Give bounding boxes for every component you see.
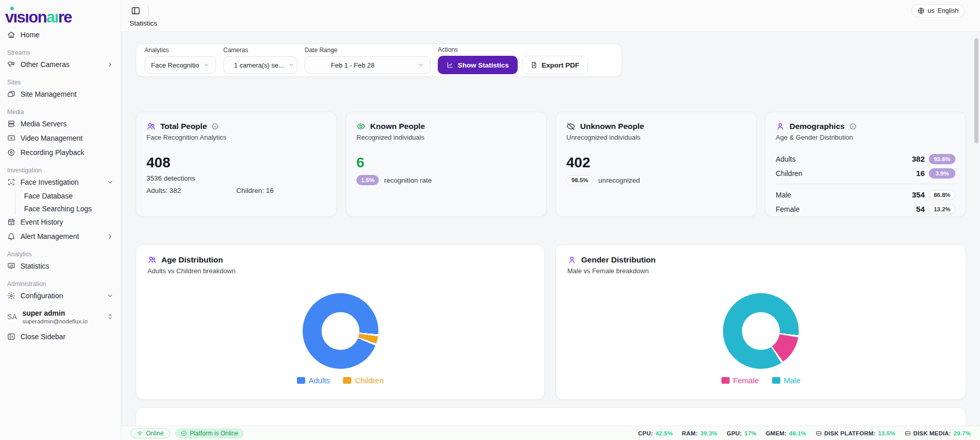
sidebar-item-other-cameras[interactable]: Other Cameras (0, 57, 121, 72)
chevrons-up-down-icon (106, 313, 114, 320)
sidebar-item-statistics[interactable]: Statistics (0, 259, 121, 273)
sidebar-item-face-database[interactable]: Face Database (15, 189, 121, 202)
row-label: Children (776, 169, 916, 178)
cameras-select[interactable]: 1 camera(s) se... (223, 56, 297, 74)
filter-bar: Analytics Face Recognition W Cameras 1 c… (136, 43, 622, 77)
total-people-card: Total People Face Recognition Analytics … (136, 112, 337, 217)
user-profile[interactable]: SA super admin superadmin@nodeflux.io (0, 307, 121, 326)
detections-count: 3536 detections (146, 174, 326, 182)
cameras-label: Cameras (223, 47, 297, 54)
online-label: Online (146, 430, 164, 437)
info-icon[interactable] (211, 123, 219, 130)
age-chart-legend: AdultsChildren (297, 376, 384, 385)
legend-label: Adults (309, 376, 330, 385)
sidebar-item-site-management[interactable]: Site Management (0, 87, 121, 101)
close-sidebar-button[interactable]: Close Sidebar (0, 329, 121, 344)
sidebar-item-face-searching-logs[interactable]: Face Searching Logs (15, 202, 121, 215)
sidebar-item-label: Configuration (20, 292, 101, 300)
person-icon (776, 122, 785, 131)
age-donut-wrap: AdultsChildren (147, 293, 533, 385)
check-circle-icon (181, 430, 187, 436)
legend-item[interactable]: Adults (297, 376, 330, 385)
app-root: vısıonaıre Home Streams Other Cameras Si… (0, 0, 980, 440)
card-title: Unknown People (580, 122, 644, 131)
show-statistics-label: Show Statistics (458, 61, 509, 69)
adults-count: Adults: 382 (146, 187, 237, 194)
legend-label: Female (733, 376, 759, 385)
metric-value: 29.7% (953, 430, 971, 436)
demographics-row-adults: Adults 382 93.6% (776, 152, 955, 165)
sidebar: vısıonaıre Home Streams Other Cameras Si… (0, 0, 121, 440)
logo-text-re: re (58, 8, 71, 26)
person-icon (567, 255, 577, 265)
logo-text-vision: vısıon (5, 8, 47, 26)
legend-swatch (297, 377, 305, 384)
legend-swatch (772, 377, 780, 384)
breadcrumb[interactable]: Statistics (130, 19, 157, 27)
actions-group: Actions Show Statistics Export PDF (438, 46, 588, 74)
demographics-card: Demographics Age & Gender Distribution A… (765, 112, 966, 217)
gender-donut-chart[interactable] (723, 293, 799, 369)
info-icon[interactable] (849, 123, 857, 130)
language-selector[interactable]: us English (911, 4, 965, 17)
date-range-filter-group: Date Range Feb 1 - Feb 28 (305, 47, 431, 74)
sidebar-item-configuration[interactable]: Configuration (0, 289, 121, 303)
sidebar-item-event-history[interactable]: Event History (0, 215, 121, 229)
sidebar-item-face-investigation[interactable]: Face Investigation (0, 175, 121, 189)
users-icon (146, 122, 156, 131)
export-pdf-label: Export PDF (542, 61, 580, 69)
legend-label: Male (784, 376, 801, 385)
legend-item[interactable]: Male (772, 376, 801, 385)
children-count: Children: 16 (237, 187, 327, 194)
legend-item[interactable]: Female (721, 376, 759, 385)
row-label: Female (776, 205, 916, 213)
metric-value: 17% (744, 430, 757, 436)
unknown-people-value: 402 (566, 155, 746, 171)
analytics-select[interactable]: Face Recognition W (144, 56, 216, 74)
logo-text-ai: aı (47, 8, 58, 26)
chart-line-icon (446, 61, 454, 69)
language-label: English (938, 7, 958, 14)
row-label: Male (776, 191, 912, 199)
section-streams: Streams (7, 49, 114, 56)
metric-value: 13.5% (878, 430, 896, 436)
sidebar-item-recording-playback[interactable]: Recording Playback (0, 145, 121, 160)
unknown-people-card: Unknown People Unrecognized individuals … (556, 112, 757, 217)
language-flag: us (928, 7, 934, 14)
metric-label: GMEM: (765, 430, 786, 436)
date-range-select[interactable]: Feb 1 - Feb 28 (305, 56, 431, 74)
row-value: 354 (912, 190, 925, 199)
recognition-rate-label: recognition rate (384, 177, 432, 184)
panel-left-icon (131, 6, 140, 15)
date-range-label: Date Range (305, 47, 431, 54)
chart-title: Age Distribution (161, 255, 223, 265)
sidebar-item-video-management[interactable]: Video Management (0, 131, 121, 145)
age-donut-chart[interactable] (303, 293, 378, 369)
sidebar-item-label: Site Management (20, 90, 114, 98)
export-pdf-button[interactable]: Export PDF (522, 56, 588, 74)
scrollbar-thumb[interactable] (974, 38, 978, 143)
metric-gmem: GMEM:48.1% (765, 430, 806, 436)
chevron-right-icon (106, 233, 114, 240)
legend-item[interactable]: Children (343, 376, 384, 385)
row-label: Adults (776, 155, 912, 163)
sidebar-item-home[interactable]: Home (0, 28, 121, 42)
gender-chart-legend: FemaleMale (721, 376, 801, 385)
site-frames-icon (7, 90, 15, 98)
show-statistics-button[interactable]: Show Statistics (438, 56, 518, 74)
logo-dot (10, 7, 14, 10)
demographics-row-children: Children 16 3.9% (776, 167, 955, 180)
sidebar-item-alert-management[interactable]: Alert Management (0, 229, 121, 244)
users-icon (147, 255, 157, 265)
sidebar-item-label: Alert Management (20, 232, 101, 240)
metric-gpu: GPU:17% (727, 430, 756, 436)
card-subtitle: Recognized individuals (356, 134, 536, 141)
card-subtitle: Face Recognition Analytics (146, 134, 326, 141)
sidebar-toggle-button[interactable] (130, 5, 142, 17)
chevron-down-icon (203, 62, 209, 68)
section-media: Media (7, 108, 114, 116)
eye-icon (356, 122, 366, 131)
gender-donut-wrap: FemaleMale (567, 293, 954, 385)
card-subtitle: Age & Gender Distribution (776, 134, 955, 141)
sidebar-item-media-servers[interactable]: Media Servers (0, 117, 121, 131)
